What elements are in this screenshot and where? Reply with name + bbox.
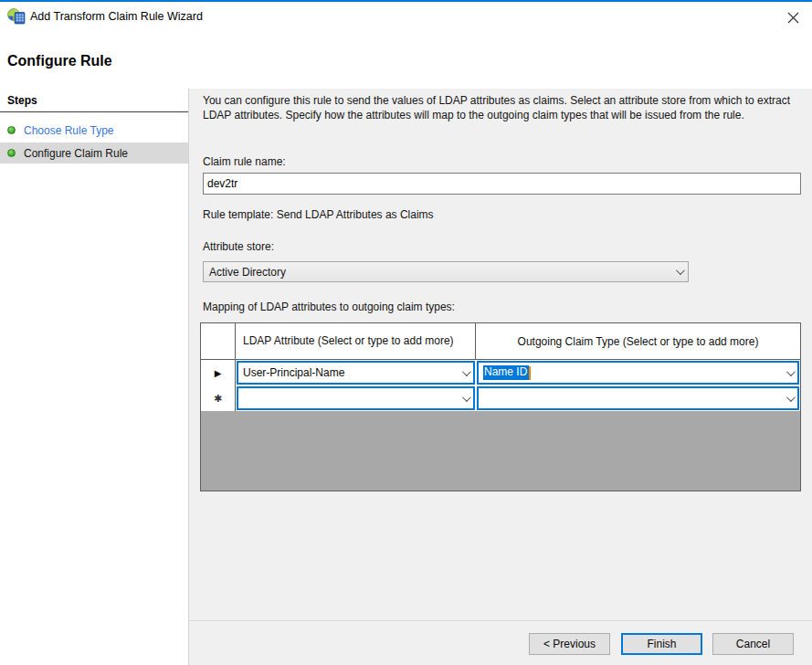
claim-rule-name-input[interactable] <box>203 173 801 195</box>
step-complete-icon <box>7 126 16 134</box>
outgoing-claim-type-select[interactable]: Name ID <box>477 361 799 385</box>
new-row-indicator: ✱ <box>201 385 236 411</box>
mapping-label: Mapping of LDAP attributes to outgoing c… <box>203 301 455 313</box>
steps-panel: Steps Choose Rule Type Configure Claim R… <box>0 89 189 665</box>
ldap-attribute-cell: User-Principal-Name <box>236 360 476 385</box>
row-arrow-icon: ▶ <box>215 368 222 378</box>
step-item-choose-rule-type[interactable]: Choose Rule Type <box>0 120 188 141</box>
title-bar: Add Transform Claim Rule Wizard <box>0 2 812 33</box>
ldap-attribute-select[interactable]: User-Principal-Name <box>237 361 475 385</box>
new-row-asterisk-icon: ✱ <box>214 393 222 405</box>
header-row-indicator-cell <box>201 323 236 359</box>
attribute-store-label: Attribute store: <box>203 240 274 253</box>
attribute-store-select[interactable]: Active Directory <box>203 261 689 282</box>
header-ldap-attribute: LDAP Attribute (Select or type to add mo… <box>236 323 476 359</box>
mapping-table: LDAP Attribute (Select or type to add mo… <box>200 322 801 491</box>
ldap-attribute-value: User-Principal-Name <box>243 366 462 379</box>
text-caret <box>529 366 531 380</box>
rule-template-text: Rule template: Send LDAP Attributes as C… <box>203 208 434 221</box>
cancel-button[interactable]: Cancel <box>712 633 794 655</box>
chevron-down-icon <box>676 266 685 275</box>
ldap-attribute-cell <box>236 385 476 411</box>
claim-rule-name-label: Claim rule name: <box>203 155 286 168</box>
chevron-down-icon <box>786 367 796 376</box>
wizard-window: Add Transform Claim Rule Wizard Configur… <box>0 0 812 665</box>
window-title: Add Transform Claim Rule Wizard <box>30 10 203 23</box>
table-empty-area <box>201 411 800 491</box>
selected-text: Name ID <box>483 365 529 379</box>
table-row: ▶ User-Principal-Name Name ID <box>201 360 800 385</box>
description-text: You can configure this rule to send the … <box>203 94 807 122</box>
chevron-down-icon <box>786 393 796 402</box>
outgoing-claim-type-cell <box>476 385 800 411</box>
attribute-store-value: Active Directory <box>209 266 676 279</box>
previous-button[interactable]: < Previous <box>529 633 610 655</box>
mapping-table-header: LDAP Attribute (Select or type to add mo… <box>201 323 800 360</box>
outgoing-claim-type-select[interactable] <box>477 386 799 410</box>
step-label: Choose Rule Type <box>24 124 114 137</box>
ldap-attribute-select[interactable] <box>237 386 475 410</box>
close-icon[interactable] <box>781 5 805 29</box>
steps-header: Steps <box>0 89 188 112</box>
outgoing-claim-type-cell: Name ID <box>476 360 800 385</box>
steps-list: Choose Rule Type Configure Claim Rule <box>0 120 188 164</box>
step-item-configure-claim-rule[interactable]: Configure Claim Rule <box>0 142 188 164</box>
button-bar: < Previous Finish Cancel <box>189 620 812 665</box>
header-outgoing-claim-type: Outgoing Claim Type (Select or type to a… <box>476 323 800 359</box>
chevron-down-icon <box>462 367 471 376</box>
outgoing-claim-type-value: Name ID <box>483 365 786 379</box>
current-row-indicator: ▶ <box>201 360 236 385</box>
step-label: Configure Claim Rule <box>24 147 128 160</box>
page-title: Configure Rule <box>7 53 112 69</box>
content-panel: You can configure this rule to send the … <box>189 89 812 620</box>
table-new-row: ✱ <box>201 385 800 411</box>
finish-button[interactable]: Finish <box>621 633 702 655</box>
chevron-down-icon <box>462 393 471 402</box>
adfs-claim-rule-icon <box>7 8 26 25</box>
step-complete-icon <box>7 149 16 157</box>
